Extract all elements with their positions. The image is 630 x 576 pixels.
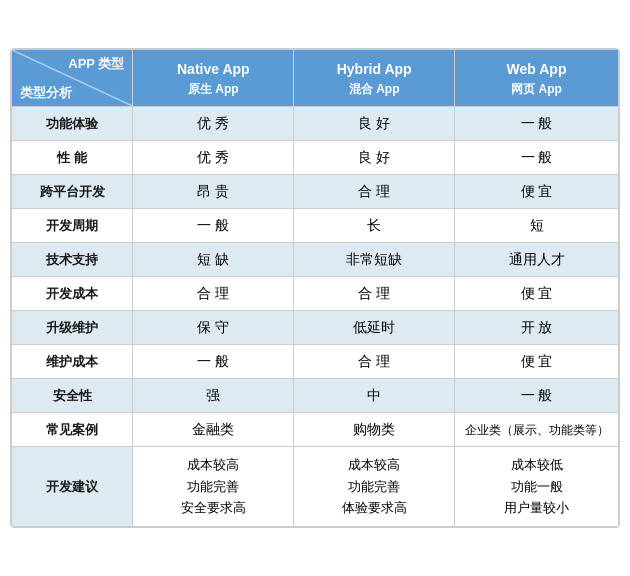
col2-cell: 合 理 [294,345,455,379]
col1-cell: 优 秀 [133,141,294,175]
category-cell: 性 能 [12,141,133,175]
category-cell: 安全性 [12,379,133,413]
col2-cell: 良 好 [294,107,455,141]
suggest-category-cell: 开发建议 [12,447,133,527]
col1-header: Native App 原生 App [133,50,294,107]
suggest-col1: 成本较高功能完善安全要求高 [133,447,294,527]
col3-cell: 便 宜 [455,175,619,209]
category-cell: 常见案例 [12,413,133,447]
col2-cell: 良 好 [294,141,455,175]
table-row: 安全性强中一 般 [12,379,619,413]
col1-main-label: Native App [137,59,289,80]
col3-cell: 通用人才 [455,243,619,277]
col2-header: Hybrid App 混合 App [294,50,455,107]
col1-cell: 一 般 [133,345,294,379]
suggest-row: 开发建议成本较高功能完善安全要求高成本较高功能完善体验要求高成本较低功能一般用户… [12,447,619,527]
col3-cell: 便 宜 [455,277,619,311]
table-row: 跨平台开发昂 贵合 理便 宜 [12,175,619,209]
category-cell: 跨平台开发 [12,175,133,209]
col2-sub-label: 混合 App [298,80,450,98]
col3-sub-label: 网页 App [459,80,614,98]
category-cell: 技术支持 [12,243,133,277]
col1-cell: 一 般 [133,209,294,243]
col2-main-label: Hybrid App [298,59,450,80]
col1-cell: 优 秀 [133,107,294,141]
col3-cell: 企业类（展示、功能类等） [455,413,619,447]
col2-cell: 长 [294,209,455,243]
col3-cell: 一 般 [455,379,619,413]
corner-bottom-label: 类型分析 [18,83,126,103]
col1-cell: 保 守 [133,311,294,345]
table-header-row: APP 类型 类型分析 Native App 原生 App Hybrid App… [12,50,619,107]
table-row: 升级维护保 守低延时开 放 [12,311,619,345]
table-row: 功能体验优 秀良 好一 般 [12,107,619,141]
col1-cell: 强 [133,379,294,413]
table-row: 开发周期一 般长短 [12,209,619,243]
col1-cell: 昂 贵 [133,175,294,209]
col2-cell: 中 [294,379,455,413]
col3-cell: 短 [455,209,619,243]
corner-header: APP 类型 类型分析 [12,50,133,107]
category-cell: 维护成本 [12,345,133,379]
col1-cell: 金融类 [133,413,294,447]
col2-cell: 非常短缺 [294,243,455,277]
category-cell: 开发周期 [12,209,133,243]
col3-cell: 开 放 [455,311,619,345]
col3-header: Web App 网页 App [455,50,619,107]
col3-main-label: Web App [459,59,614,80]
col3-cell: 一 般 [455,107,619,141]
col1-cell: 合 理 [133,277,294,311]
col3-cell: 便 宜 [455,345,619,379]
col2-cell: 合 理 [294,277,455,311]
col2-cell: 低延时 [294,311,455,345]
category-cell: 升级维护 [12,311,133,345]
col2-cell: 合 理 [294,175,455,209]
corner-top-label: APP 类型 [18,54,126,74]
table-row: 维护成本一 般合 理便 宜 [12,345,619,379]
table-row: 技术支持短 缺非常短缺通用人才 [12,243,619,277]
col1-sub-label: 原生 App [137,80,289,98]
suggest-col2: 成本较高功能完善体验要求高 [294,447,455,527]
col1-cell: 短 缺 [133,243,294,277]
category-cell: 开发成本 [12,277,133,311]
table-row: 性 能优 秀良 好一 般 [12,141,619,175]
suggest-col3: 成本较低功能一般用户量较小 [455,447,619,527]
category-cell: 功能体验 [12,107,133,141]
col3-cell: 一 般 [455,141,619,175]
comparison-table: APP 类型 类型分析 Native App 原生 App Hybrid App… [10,48,620,528]
table-row: 常见案例金融类购物类企业类（展示、功能类等） [12,413,619,447]
col2-cell: 购物类 [294,413,455,447]
table-row: 开发成本合 理合 理便 宜 [12,277,619,311]
